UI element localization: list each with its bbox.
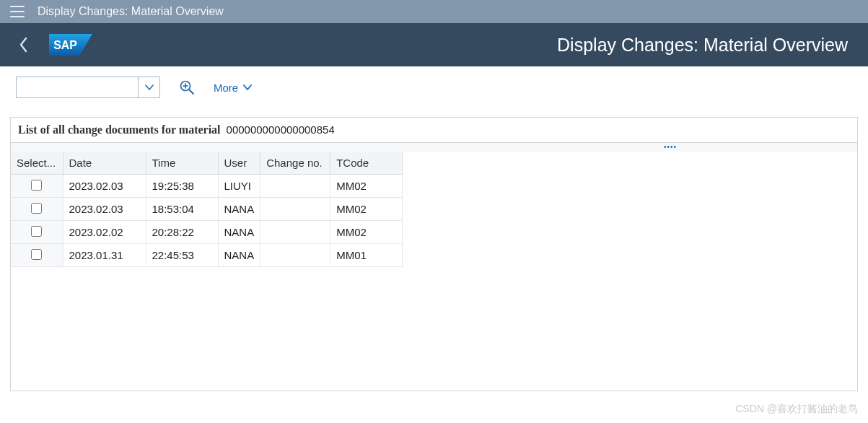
column-header-date[interactable]: Date [63, 152, 146, 175]
cell-date: 2023.02.03 [63, 198, 146, 221]
row-select-cell [11, 198, 63, 221]
back-button[interactable] [13, 34, 35, 56]
row-select-cell [11, 175, 63, 198]
row-select-cell [11, 244, 63, 267]
toolbar: More [0, 66, 868, 117]
content-area: List of all change documents for materia… [0, 117, 868, 391]
cell-time: 20:28:22 [146, 221, 218, 244]
hamburger-menu-icon[interactable] [10, 6, 25, 17]
cell-tcode: MM01 [330, 244, 403, 267]
chevron-down-icon[interactable] [138, 77, 159, 97]
more-label: More [214, 82, 238, 94]
cell-user: NANA [218, 244, 260, 267]
column-header-time[interactable]: Time [146, 152, 218, 175]
splitter-bar[interactable]: •••• [10, 143, 858, 152]
cell-date: 2023.02.03 [63, 175, 146, 198]
cell-date: 2023.02.02 [63, 221, 146, 244]
column-header-select[interactable]: Select... [11, 152, 63, 175]
cell-time: 22:45:53 [146, 244, 218, 267]
row-select-checkbox[interactable] [31, 203, 42, 214]
table-row[interactable]: 2023.01.3122:45:53NANAMM01 [11, 244, 403, 267]
column-header-tcode[interactable]: TCode [330, 152, 403, 175]
header-bar: SAP Display Changes: Material Overview [0, 23, 868, 66]
table-row[interactable]: 2023.02.0318:53:04NANAMM02 [11, 198, 403, 221]
svg-text:SAP: SAP [53, 39, 77, 51]
more-menu[interactable]: More [214, 82, 253, 94]
sap-logo: SAP [49, 34, 92, 56]
zoom-in-icon[interactable] [179, 79, 195, 95]
cell-change-no [260, 221, 330, 244]
chevron-left-icon [19, 37, 29, 53]
column-header-change-no[interactable]: Change no. [260, 152, 330, 175]
cell-tcode: MM02 [330, 198, 403, 221]
cell-user: LIUYI [218, 175, 260, 198]
drag-dots-icon: •••• [664, 143, 677, 152]
row-select-checkbox[interactable] [31, 249, 42, 260]
row-select-checkbox[interactable] [31, 180, 42, 191]
list-caption-bar: List of all change documents for materia… [10, 117, 858, 143]
cell-tcode: MM02 [330, 175, 403, 198]
material-number: 000000000000000854 [227, 123, 335, 136]
cell-time: 19:25:38 [146, 175, 218, 198]
cell-tcode: MM02 [330, 221, 403, 244]
cell-user: NANA [218, 198, 260, 221]
change-documents-table-wrapper: Select... Date Time User Change no. TCod… [10, 152, 858, 391]
cell-user: NANA [218, 221, 260, 244]
cell-time: 18:53:04 [146, 198, 218, 221]
cell-change-no [260, 175, 330, 198]
column-header-user[interactable]: User [218, 152, 260, 175]
top-menubar: Display Changes: Material Overview [0, 0, 868, 23]
table-header-row: Select... Date Time User Change no. TCod… [11, 152, 403, 175]
row-select-cell [11, 221, 63, 244]
change-documents-table: Select... Date Time User Change no. TCod… [11, 152, 403, 267]
table-row[interactable]: 2023.02.0319:25:38LIUYIMM02 [11, 175, 403, 198]
chevron-down-icon [242, 84, 253, 91]
row-select-checkbox[interactable] [31, 226, 42, 237]
cell-change-no [260, 198, 330, 221]
page-title: Display Changes: Material Overview [557, 35, 855, 56]
table-row[interactable]: 2023.02.0220:28:22NANAMM02 [11, 221, 403, 244]
list-caption-text: List of all change documents for materia… [18, 123, 221, 136]
cell-date: 2023.01.31 [63, 244, 146, 267]
command-field-dropdown[interactable] [16, 77, 160, 98]
cell-change-no [260, 244, 330, 267]
topbar-title: Display Changes: Material Overview [38, 5, 224, 18]
svg-line-3 [189, 90, 193, 94]
